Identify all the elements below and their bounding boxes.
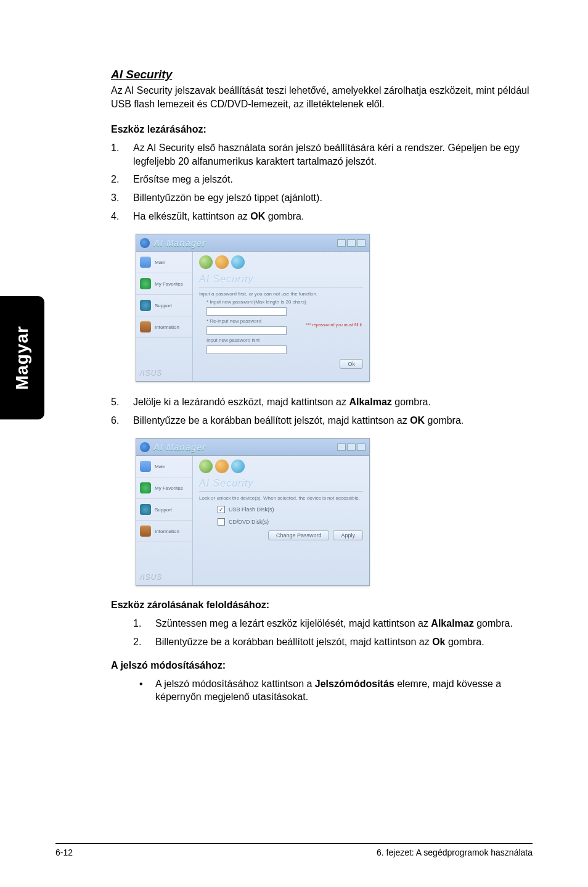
change-heading: A jelszó módosításához:: [111, 660, 533, 671]
step-text: Billentyűzze be a korábban beállított je…: [133, 414, 463, 427]
page-number: 6-12: [55, 848, 73, 857]
repassword-input[interactable]: [206, 326, 287, 335]
panel-title: AI Security: [199, 478, 363, 492]
hint-input[interactable]: [206, 345, 287, 354]
orb-icon[interactable]: [199, 460, 213, 473]
cddvd-checkbox-row[interactable]: CD/DVD Disk(s): [218, 518, 363, 526]
ok-button[interactable]: Ok: [340, 359, 363, 369]
orb-icon[interactable]: [215, 255, 229, 269]
section-title: AI Security: [111, 68, 533, 81]
window-buttons: [337, 239, 365, 247]
orb-icon[interactable]: [215, 460, 229, 473]
sidebar-item-favorites[interactable]: My Favorites: [136, 477, 192, 499]
chapter-label: 6. fejezet: A segédprogramok használata: [377, 848, 533, 857]
sidebar-item-information[interactable]: Information: [136, 316, 192, 338]
lock-steps-1: 1.Az AI Security első használata során j…: [111, 141, 533, 223]
panel-title: AI Security: [199, 274, 363, 287]
password-input[interactable]: [206, 307, 287, 316]
sidebar-item-favorites[interactable]: My Favorites: [136, 273, 192, 295]
maximize-icon[interactable]: [347, 444, 356, 451]
window-buttons: [337, 444, 365, 451]
close-icon[interactable]: [357, 444, 365, 451]
usb-checkbox-row[interactable]: ✓ USB Flash Disk(s): [218, 506, 363, 513]
main-panel: AI Security Lock or unlock the device(s)…: [193, 456, 369, 585]
intro-paragraph: Az AI Security jelszavak beállítását tes…: [111, 84, 533, 110]
warning-text: *** repassword you must fill it: [306, 323, 362, 327]
minimize-icon[interactable]: [337, 239, 346, 247]
step-text: Ha elkészült, kattintson az OK gombra.: [133, 210, 304, 223]
orb-icon[interactable]: [199, 255, 213, 269]
sidebar-item-main[interactable]: Main: [136, 252, 192, 273]
bullet-text: A jelszó módosításához kattintson a Jels…: [155, 677, 533, 704]
change-bullet-list: •A jelszó módosításához kattintson a Jel…: [133, 677, 533, 704]
lock-heading: Eszköz lezárásához:: [111, 124, 533, 135]
sidebar: Main My Favorites Support Information /I…: [136, 252, 193, 381]
asus-brand: /ISUS: [136, 365, 192, 381]
screenshot-ai-security-lock: AI Manager Main My Favorites Support Inf…: [136, 438, 370, 586]
window-title: AI Manager: [153, 442, 206, 452]
orb-icon[interactable]: [231, 255, 245, 269]
checkbox-icon[interactable]: [218, 518, 225, 526]
lock-steps-2: 5.Jelölje ki a lezárandó eszközt, majd k…: [111, 395, 533, 427]
unlock-heading: Eszköz zárolásának feloldásához:: [111, 600, 533, 611]
step-text: Jelölje ki a lezárandó eszközt, majd kat…: [133, 395, 431, 409]
close-icon[interactable]: [357, 239, 365, 247]
sidebar-item-support[interactable]: Support: [136, 295, 192, 316]
page-footer: 6-12 6. fejezet: A segédprogramok haszná…: [55, 843, 533, 857]
checkbox-checked-icon[interactable]: ✓: [218, 506, 225, 513]
sidebar-item-main[interactable]: Main: [136, 456, 192, 477]
step-text: Billentyűzzön be egy jelszó tippet (aján…: [133, 191, 322, 205]
favorites-icon: [140, 482, 151, 493]
checkbox-label: CD/DVD Disk(s): [229, 519, 269, 525]
step-text: Szüntessen meg a lezárt eszköz kijelölés…: [155, 617, 513, 630]
change-password-button[interactable]: Change Password: [268, 530, 330, 540]
field-label: * Input new password(Max length is 20 ch…: [206, 299, 363, 305]
sidebar: Main My Favorites Support Information /I…: [136, 456, 193, 585]
window-title: AI Manager: [153, 238, 206, 248]
info-icon: [140, 321, 151, 332]
info-icon: [140, 526, 151, 537]
favorites-icon: [140, 278, 151, 289]
maximize-icon[interactable]: [347, 239, 356, 247]
minimize-icon[interactable]: [337, 444, 346, 451]
checkbox-label: USB Flash Disk(s): [229, 506, 274, 513]
apply-button[interactable]: Apply: [333, 530, 363, 540]
main-icon: [140, 461, 151, 472]
asus-brand: /ISUS: [136, 569, 192, 585]
support-icon: [140, 504, 151, 515]
screenshot-ai-security-setup: AI Manager Main My Favorites Support Inf…: [136, 234, 370, 382]
support-icon: [140, 300, 151, 311]
unlock-steps: 1.Szüntessen meg a lezárt eszköz kijelöl…: [133, 617, 533, 648]
page-content: AI Security Az AI Security jelszavak beá…: [0, 0, 588, 887]
window-titlebar: AI Manager: [136, 439, 369, 456]
hint-text: Input a password first, or you can not u…: [199, 291, 363, 297]
main-icon: [140, 257, 151, 268]
sidebar-item-support[interactable]: Support: [136, 499, 192, 521]
app-logo-icon: [140, 238, 150, 248]
toolbar-orbs: [199, 460, 363, 473]
app-logo-icon: [140, 442, 150, 452]
step-text: Billentyűzze be a korábban beállított je…: [155, 635, 484, 649]
hint-text: Lock or unlock the device(s). When selec…: [199, 495, 363, 501]
sidebar-item-information[interactable]: Information: [136, 521, 192, 542]
orb-icon[interactable]: [231, 460, 245, 473]
main-panel: AI Security Input a password first, or y…: [193, 252, 369, 381]
step-text: Erősítse meg a jelszót.: [133, 173, 233, 186]
field-label: Input new password hint: [206, 337, 363, 343]
toolbar-orbs: [199, 255, 363, 269]
step-text: Az AI Security első használata során jel…: [133, 141, 533, 168]
window-titlebar: AI Manager: [136, 234, 369, 252]
